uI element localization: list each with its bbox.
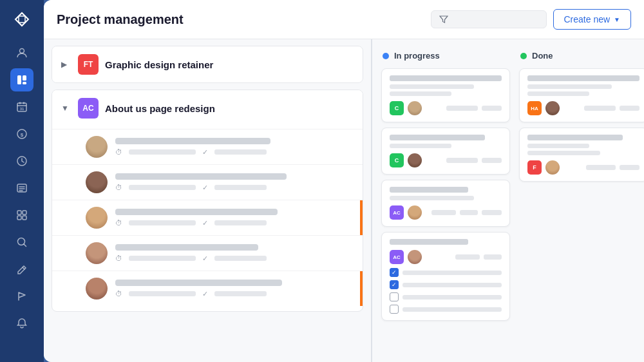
card-footer: AC bbox=[390, 250, 502, 264]
task-title bbox=[115, 209, 278, 215]
clock-icon: ⏱ bbox=[115, 254, 122, 262]
project-name-ac: About us page redesign bbox=[105, 103, 215, 114]
card-footer: AC bbox=[390, 205, 502, 220]
svg-rect-11 bbox=[23, 211, 26, 214]
kanban-card[interactable]: AC ✓ ✓ bbox=[381, 232, 510, 321]
svg-rect-12 bbox=[17, 216, 21, 220]
priority-indicator bbox=[360, 271, 363, 306]
table-row[interactable]: ⏱ ✓ bbox=[52, 271, 363, 306]
sidebar-item-grid[interactable] bbox=[10, 204, 33, 227]
content-split: ▶ FT Graphic design retainer ▼ AC About … bbox=[44, 39, 644, 362]
card-badge: C bbox=[390, 153, 404, 167]
task-meta-bar bbox=[129, 256, 196, 261]
project-header-ac[interactable]: ▼ AC About us page redesign bbox=[52, 90, 363, 126]
app-logo bbox=[10, 8, 33, 31]
card-subtitle bbox=[527, 144, 589, 148]
project-group-ac: ▼ AC About us page redesign ⏱ ✓ bbox=[52, 90, 363, 312]
create-new-label: Create new bbox=[564, 14, 611, 24]
card-title bbox=[390, 187, 468, 193]
task-checkbox[interactable] bbox=[390, 292, 399, 301]
table-row[interactable]: ⏱ ✓ bbox=[52, 164, 363, 200]
table-row[interactable]: ⏱ ✓ bbox=[52, 129, 363, 164]
card-title bbox=[527, 75, 639, 81]
card-badge: F bbox=[527, 160, 542, 175]
check-icon: ✓ bbox=[202, 290, 208, 298]
card-tag bbox=[446, 106, 478, 111]
svg-point-0 bbox=[20, 49, 24, 53]
checkbox-row bbox=[390, 292, 502, 301]
card-title bbox=[390, 135, 485, 140]
card-tag bbox=[586, 165, 615, 170]
card-tag bbox=[620, 106, 639, 111]
status-label-in-progress: In progress bbox=[394, 51, 440, 61]
card-badge: C bbox=[390, 101, 404, 115]
status-dot-in-progress bbox=[383, 53, 389, 59]
kanban-card[interactable]: HA bbox=[519, 68, 644, 122]
sidebar-item-budget[interactable]: $ bbox=[10, 122, 33, 146]
project-name-ft: Graphic design retainer bbox=[105, 59, 213, 70]
clock-icon: ⏱ bbox=[115, 219, 122, 227]
page-title: Project management bbox=[57, 12, 184, 27]
clock-icon: ⏱ bbox=[115, 148, 122, 156]
sidebar-item-notifications[interactable] bbox=[10, 312, 33, 335]
svg-text:31: 31 bbox=[20, 107, 24, 111]
card-title bbox=[390, 75, 502, 81]
avatar bbox=[86, 242, 108, 264]
sidebar-item-search[interactable] bbox=[10, 231, 33, 254]
sidebar-item-calendar[interactable]: 31 bbox=[10, 95, 33, 119]
task-meta: ⏱ ✓ bbox=[115, 148, 354, 157]
card-title bbox=[390, 239, 468, 245]
project-avatar-ac: AC bbox=[78, 98, 99, 119]
project-header-ft[interactable]: ▶ FT Graphic design retainer bbox=[52, 46, 363, 82]
sidebar-item-board[interactable] bbox=[10, 68, 33, 91]
task-content: ⏱ ✓ bbox=[115, 244, 354, 263]
card-subtitle bbox=[390, 84, 474, 89]
card-footer: C bbox=[390, 101, 502, 115]
check-icon: ✓ bbox=[202, 184, 208, 192]
card-tag bbox=[460, 210, 478, 215]
card-line bbox=[527, 91, 589, 96]
main-area: Project management Create new ▼ ▶ FT bbox=[44, 0, 644, 362]
task-checkbox[interactable]: ✓ bbox=[390, 268, 399, 277]
sidebar-item-edit[interactable] bbox=[10, 258, 33, 281]
avatar bbox=[86, 278, 108, 300]
check-icon: ✓ bbox=[202, 148, 208, 157]
card-avatar bbox=[408, 205, 422, 220]
list-panel: ▶ FT Graphic design retainer ▼ AC About … bbox=[44, 39, 372, 362]
card-subtitle bbox=[527, 84, 612, 89]
kanban-card[interactable]: F bbox=[519, 128, 644, 182]
task-title bbox=[115, 244, 258, 251]
card-avatar bbox=[545, 101, 560, 115]
task-content: ⏱ ✓ bbox=[115, 280, 354, 298]
header-actions: Create new ▼ bbox=[431, 9, 632, 30]
filter-bar[interactable] bbox=[431, 10, 547, 28]
check-icon: ✓ bbox=[202, 254, 208, 263]
kanban-card[interactable]: AC bbox=[381, 180, 510, 227]
kanban-column-in-progress: In progress C bbox=[381, 48, 510, 353]
task-checkbox[interactable]: ✓ bbox=[390, 280, 399, 289]
kanban-card[interactable]: C bbox=[381, 68, 510, 122]
sidebar-item-profile[interactable] bbox=[10, 41, 33, 64]
sidebar-item-time[interactable] bbox=[10, 149, 33, 173]
card-subtitle bbox=[390, 196, 474, 200]
project-group-ft: ▶ FT Graphic design retainer bbox=[52, 46, 363, 83]
kanban-card[interactable]: C bbox=[381, 128, 510, 175]
sidebar-item-list[interactable] bbox=[10, 176, 33, 200]
svg-rect-3 bbox=[23, 82, 26, 84]
status-label-done: Done bbox=[532, 51, 553, 61]
card-line bbox=[390, 91, 451, 96]
task-content: ⏱ ✓ bbox=[115, 209, 354, 227]
card-tag bbox=[446, 158, 478, 163]
task-checkbox[interactable] bbox=[390, 305, 399, 314]
card-line bbox=[527, 151, 600, 155]
sidebar-item-flag[interactable] bbox=[10, 285, 33, 308]
svg-text:$: $ bbox=[21, 132, 24, 138]
checkbox-label bbox=[402, 283, 502, 287]
sidebar: 31 $ bbox=[0, 0, 44, 362]
task-meta: ⏱ ✓ bbox=[115, 184, 354, 192]
create-new-button[interactable]: Create new ▼ bbox=[553, 9, 632, 30]
table-row[interactable]: ⏱ ✓ bbox=[52, 235, 363, 271]
card-tag bbox=[584, 106, 616, 111]
table-row[interactable]: ⏱ ✓ bbox=[52, 200, 363, 235]
card-badge: AC bbox=[390, 250, 404, 264]
